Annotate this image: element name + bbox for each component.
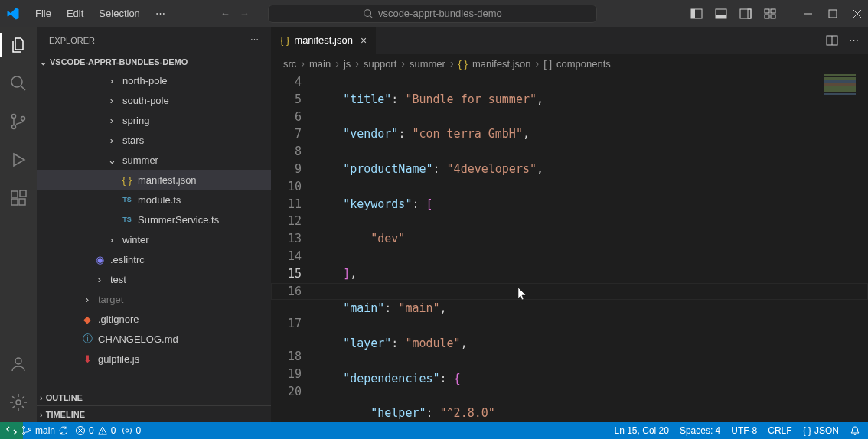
status-encoding[interactable]: UTF-8 [731,425,757,436]
svg-point-31 [29,428,31,431]
tree-file-changelog[interactable]: ⓘCHANGELOG.md [37,329,271,349]
editor-more-icon[interactable]: ⋯ [849,34,859,47]
status-line-col[interactable]: Ln 15, Col 20 [615,425,669,436]
tree-folder-south-pole[interactable]: ›south-pole [37,90,271,110]
tree-folder-target[interactable]: ›target [37,289,271,309]
activity-source-control[interactable] [8,111,29,132]
nav-back-icon[interactable]: ← [220,8,230,19]
outline-section-header[interactable]: ›OUTLINE [37,389,271,405]
svg-rect-13 [829,10,837,18]
status-remote[interactable] [0,422,23,439]
sync-icon [58,425,69,436]
tree-folder-winter[interactable]: ›winter [37,229,271,249]
svg-rect-7 [748,9,751,18]
search-icon [363,8,374,19]
line-numbers: 4 5 6 7 8 9 10 11 12 13 14 15 16 17 18 1… [271,73,315,422]
layout-left-icon[interactable] [690,8,703,20]
account-icon [9,355,28,373]
tab-label: manifest.json [294,34,353,46]
svg-rect-10 [765,15,769,18]
svg-rect-5 [716,15,726,18]
titlebar: File Edit Selection ⋯ ← → vscode-apprt-b… [0,0,868,27]
tree-folder-test[interactable]: ›test [37,269,271,289]
tree-file-module[interactable]: TSmodule.ts [37,190,271,210]
tree-file-manifest[interactable]: { }manifest.json [37,170,271,190]
code-editor[interactable]: 4 5 6 7 8 9 10 11 12 13 14 15 16 17 18 1… [271,73,868,422]
svg-point-37 [126,429,129,432]
svg-line-17 [21,86,25,90]
minimize-icon[interactable] [804,9,813,18]
activity-extensions[interactable] [8,187,29,209]
tree-file-gulpfile[interactable]: ⬇gulpfile.js [37,349,271,369]
nav-forward-icon[interactable]: → [240,8,250,19]
svg-rect-6 [740,9,751,18]
code-content[interactable]: "title": "Bundle for summer", "vendor": … [315,73,868,422]
menu-edit[interactable]: Edit [60,5,90,22]
activity-explorer[interactable] [8,34,29,56]
svg-rect-22 [11,199,18,205]
customize-layout-icon[interactable] [764,8,776,20]
explorer-header: EXPLORER ⋯ [37,27,271,54]
close-icon[interactable] [853,9,862,18]
tree-file-summer-service[interactable]: TSSummerService.ts [37,210,271,229]
status-spaces[interactable]: Spaces: 4 [680,425,720,436]
activity-search[interactable] [8,73,29,94]
svg-point-20 [21,117,25,121]
explorer-more-icon[interactable]: ⋯ [250,35,259,45]
layout-right-icon[interactable] [739,8,752,20]
timeline-section-header[interactable]: ›TIMELINE [37,405,271,422]
eslint-icon: ◉ [93,253,106,265]
layout-bottom-icon[interactable] [715,8,727,20]
tree-folder-north-pole[interactable]: ›north-pole [37,70,271,90]
svg-point-18 [12,115,16,119]
tree-folder-stars[interactable]: ›stars [37,130,271,150]
play-icon [9,151,28,169]
menu-more[interactable]: ⋯ [149,5,171,22]
radio-icon [122,425,132,436]
tree-file-gitignore[interactable]: ◆.gitignore [37,309,271,329]
command-center[interactable]: vscode-apprt-bundles-demo [268,5,597,23]
svg-point-16 [11,76,22,87]
status-notifications[interactable] [850,425,860,436]
project-section-header[interactable]: ⌄VSCODE-APPRT-BUNDLES-DEMO [37,54,271,70]
editor-pane: { } manifest.json × ⋯ src› main› js› sup… [271,27,868,422]
search-icon [9,74,28,93]
breadcrumbs[interactable]: src› main› js› support› summer› { } mani… [271,54,868,73]
svg-rect-8 [765,9,769,13]
status-problems[interactable]: 0 0 [75,425,116,436]
status-eol[interactable]: CRLF [768,425,791,436]
tab-close-icon[interactable]: × [361,34,367,47]
tree-folder-summer[interactable]: ⌄summer [37,150,271,170]
tabs-bar: { } manifest.json × ⋯ [271,27,868,54]
svg-point-36 [102,433,103,434]
minimap[interactable] [822,73,857,96]
svg-point-0 [364,9,371,16]
svg-rect-11 [771,15,775,18]
svg-point-26 [16,400,21,405]
menu-file[interactable]: File [29,5,57,22]
bell-icon [850,425,860,436]
svg-point-25 [15,358,21,364]
tree-folder-spring[interactable]: ›spring [37,110,271,130]
git-file-icon: ◆ [81,313,93,325]
activity-run-debug[interactable] [8,149,29,171]
info-file-icon: ⓘ [81,333,93,345]
svg-rect-21 [11,191,18,197]
files-icon [9,36,28,54]
menu-selection[interactable]: Selection [93,5,145,22]
svg-rect-3 [691,9,695,18]
status-branch[interactable]: main [21,425,69,436]
status-ports[interactable]: 0 [122,425,141,436]
gulp-file-icon: ⬇ [81,353,93,365]
tree-file-eslintrc[interactable]: ◉.eslintrc [37,249,271,269]
split-editor-icon[interactable] [826,34,838,47]
svg-rect-9 [771,9,775,13]
status-language[interactable]: { } JSON [803,425,839,436]
activity-account[interactable] [8,353,29,375]
svg-rect-23 [19,199,25,205]
json-file-icon: { } [458,58,468,70]
explorer-sidebar: EXPLORER ⋯ ⌄VSCODE-APPRT-BUNDLES-DEMO ›n… [37,27,271,422]
maximize-icon[interactable] [828,9,837,18]
activity-settings[interactable] [8,392,29,413]
tab-manifest[interactable]: { } manifest.json × [271,27,377,54]
